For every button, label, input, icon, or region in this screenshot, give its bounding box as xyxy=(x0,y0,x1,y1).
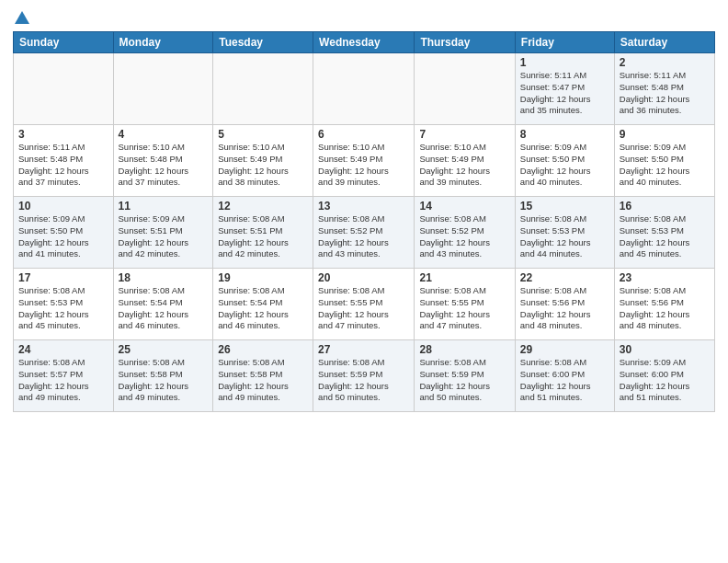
page: SundayMondayTuesdayWednesdayThursdayFrid… xyxy=(0,0,728,563)
calendar-cell: 24Sunrise: 5:08 AM Sunset: 5:57 PM Dayli… xyxy=(14,340,114,412)
day-info: Sunrise: 5:09 AM Sunset: 6:00 PM Dayligh… xyxy=(620,357,710,404)
calendar-cell: 7Sunrise: 5:10 AM Sunset: 5:49 PM Daylig… xyxy=(415,125,515,197)
calendar-cell xyxy=(113,53,213,125)
day-number: 19 xyxy=(218,271,308,284)
calendar-cell: 28Sunrise: 5:08 AM Sunset: 5:59 PM Dayli… xyxy=(415,340,515,412)
day-info: Sunrise: 5:08 AM Sunset: 5:52 PM Dayligh… xyxy=(419,213,509,260)
calendar-week-row: 24Sunrise: 5:08 AM Sunset: 5:57 PM Dayli… xyxy=(14,340,715,412)
day-info: Sunrise: 5:08 AM Sunset: 5:57 PM Dayligh… xyxy=(18,357,108,404)
calendar-cell: 19Sunrise: 5:08 AM Sunset: 5:54 PM Dayli… xyxy=(213,269,313,340)
calendar-cell: 21Sunrise: 5:08 AM Sunset: 5:55 PM Dayli… xyxy=(415,269,515,340)
calendar-cell: 14Sunrise: 5:08 AM Sunset: 5:52 PM Dayli… xyxy=(415,197,515,269)
weekday-header-tuesday: Tuesday xyxy=(213,32,313,53)
day-info: Sunrise: 5:09 AM Sunset: 5:50 PM Dayligh… xyxy=(18,213,108,260)
day-info: Sunrise: 5:08 AM Sunset: 5:54 PM Dayligh… xyxy=(218,285,308,332)
calendar-header-row: SundayMondayTuesdayWednesdayThursdayFrid… xyxy=(14,32,715,53)
weekday-header-sunday: Sunday xyxy=(14,32,114,53)
weekday-header-thursday: Thursday xyxy=(415,32,515,53)
calendar-week-row: 1Sunrise: 5:11 AM Sunset: 5:47 PM Daylig… xyxy=(14,53,715,125)
day-number: 7 xyxy=(419,128,509,141)
day-info: Sunrise: 5:08 AM Sunset: 6:00 PM Dayligh… xyxy=(520,357,609,404)
day-info: Sunrise: 5:11 AM Sunset: 5:48 PM Dayligh… xyxy=(18,142,108,189)
calendar-cell: 18Sunrise: 5:08 AM Sunset: 5:54 PM Dayli… xyxy=(113,269,213,340)
day-info: Sunrise: 5:08 AM Sunset: 5:58 PM Dayligh… xyxy=(119,357,209,404)
day-number: 23 xyxy=(620,271,710,284)
day-number: 3 xyxy=(18,128,108,141)
day-number: 30 xyxy=(620,343,710,356)
day-number: 29 xyxy=(520,343,609,356)
calendar-cell: 30Sunrise: 5:09 AM Sunset: 6:00 PM Dayli… xyxy=(614,340,714,412)
calendar-cell: 9Sunrise: 5:09 AM Sunset: 5:50 PM Daylig… xyxy=(614,125,714,197)
day-number: 18 xyxy=(119,271,209,284)
header xyxy=(13,9,715,26)
calendar-cell xyxy=(14,53,114,125)
logo-text xyxy=(13,9,31,26)
day-info: Sunrise: 5:10 AM Sunset: 5:48 PM Dayligh… xyxy=(119,142,209,189)
day-number: 10 xyxy=(18,200,108,213)
day-info: Sunrise: 5:09 AM Sunset: 5:51 PM Dayligh… xyxy=(119,213,209,260)
calendar-cell: 25Sunrise: 5:08 AM Sunset: 5:58 PM Dayli… xyxy=(113,340,213,412)
day-number: 17 xyxy=(18,271,108,284)
day-info: Sunrise: 5:08 AM Sunset: 5:58 PM Dayligh… xyxy=(218,357,308,404)
day-info: Sunrise: 5:08 AM Sunset: 5:51 PM Dayligh… xyxy=(218,213,308,260)
calendar-cell: 2Sunrise: 5:11 AM Sunset: 5:48 PM Daylig… xyxy=(614,53,714,125)
weekday-header-wednesday: Wednesday xyxy=(313,32,415,53)
day-info: Sunrise: 5:08 AM Sunset: 5:53 PM Dayligh… xyxy=(620,213,710,260)
calendar-cell: 22Sunrise: 5:08 AM Sunset: 5:56 PM Dayli… xyxy=(515,269,614,340)
day-info: Sunrise: 5:08 AM Sunset: 5:54 PM Dayligh… xyxy=(119,285,209,332)
day-info: Sunrise: 5:10 AM Sunset: 5:49 PM Dayligh… xyxy=(218,142,308,189)
day-number: 9 xyxy=(620,128,710,141)
calendar-cell: 29Sunrise: 5:08 AM Sunset: 6:00 PM Dayli… xyxy=(515,340,614,412)
day-number: 24 xyxy=(18,343,108,356)
day-number: 15 xyxy=(520,200,609,213)
day-number: 26 xyxy=(218,343,308,356)
calendar-cell: 10Sunrise: 5:09 AM Sunset: 5:50 PM Dayli… xyxy=(14,197,114,269)
calendar-cell: 20Sunrise: 5:08 AM Sunset: 5:55 PM Dayli… xyxy=(313,269,415,340)
calendar-cell: 16Sunrise: 5:08 AM Sunset: 5:53 PM Dayli… xyxy=(614,197,714,269)
day-number: 6 xyxy=(318,128,409,141)
calendar-week-row: 17Sunrise: 5:08 AM Sunset: 5:53 PM Dayli… xyxy=(14,269,715,340)
svg-marker-0 xyxy=(15,11,29,24)
day-number: 27 xyxy=(318,343,409,356)
day-number: 11 xyxy=(119,200,209,213)
day-info: Sunrise: 5:08 AM Sunset: 5:55 PM Dayligh… xyxy=(318,285,409,332)
calendar-cell: 23Sunrise: 5:08 AM Sunset: 5:56 PM Dayli… xyxy=(614,269,714,340)
day-number: 22 xyxy=(520,271,609,284)
calendar-cell xyxy=(213,53,313,125)
calendar-cell: 12Sunrise: 5:08 AM Sunset: 5:51 PM Dayli… xyxy=(213,197,313,269)
day-number: 14 xyxy=(419,200,509,213)
day-number: 2 xyxy=(620,56,710,69)
day-info: Sunrise: 5:08 AM Sunset: 5:56 PM Dayligh… xyxy=(520,285,609,332)
calendar-cell xyxy=(313,53,415,125)
day-number: 16 xyxy=(620,200,710,213)
day-number: 13 xyxy=(318,200,409,213)
calendar-week-row: 3Sunrise: 5:11 AM Sunset: 5:48 PM Daylig… xyxy=(14,125,715,197)
calendar-cell: 13Sunrise: 5:08 AM Sunset: 5:52 PM Dayli… xyxy=(313,197,415,269)
calendar-cell: 8Sunrise: 5:09 AM Sunset: 5:50 PM Daylig… xyxy=(515,125,614,197)
day-number: 25 xyxy=(119,343,209,356)
day-info: Sunrise: 5:08 AM Sunset: 5:59 PM Dayligh… xyxy=(318,357,409,404)
day-number: 1 xyxy=(520,56,609,69)
calendar-cell: 3Sunrise: 5:11 AM Sunset: 5:48 PM Daylig… xyxy=(14,125,114,197)
day-info: Sunrise: 5:08 AM Sunset: 5:53 PM Dayligh… xyxy=(520,213,609,260)
weekday-header-friday: Friday xyxy=(515,32,614,53)
day-number: 20 xyxy=(318,271,409,284)
calendar-cell xyxy=(415,53,515,125)
day-info: Sunrise: 5:08 AM Sunset: 5:52 PM Dayligh… xyxy=(318,213,409,260)
logo xyxy=(13,9,31,26)
day-info: Sunrise: 5:09 AM Sunset: 5:50 PM Dayligh… xyxy=(520,142,609,189)
calendar-cell: 4Sunrise: 5:10 AM Sunset: 5:48 PM Daylig… xyxy=(113,125,213,197)
day-info: Sunrise: 5:08 AM Sunset: 5:56 PM Dayligh… xyxy=(620,285,710,332)
weekday-header-monday: Monday xyxy=(113,32,213,53)
day-number: 28 xyxy=(419,343,509,356)
calendar-cell: 26Sunrise: 5:08 AM Sunset: 5:58 PM Dayli… xyxy=(213,340,313,412)
calendar-cell: 6Sunrise: 5:10 AM Sunset: 5:49 PM Daylig… xyxy=(313,125,415,197)
calendar-table: SundayMondayTuesdayWednesdayThursdayFrid… xyxy=(13,31,715,412)
weekday-header-saturday: Saturday xyxy=(614,32,714,53)
day-info: Sunrise: 5:08 AM Sunset: 5:59 PM Dayligh… xyxy=(419,357,509,404)
calendar-cell: 17Sunrise: 5:08 AM Sunset: 5:53 PM Dayli… xyxy=(14,269,114,340)
calendar-cell: 27Sunrise: 5:08 AM Sunset: 5:59 PM Dayli… xyxy=(313,340,415,412)
calendar-cell: 5Sunrise: 5:10 AM Sunset: 5:49 PM Daylig… xyxy=(213,125,313,197)
day-info: Sunrise: 5:10 AM Sunset: 5:49 PM Dayligh… xyxy=(318,142,409,189)
logo-triangle-icon xyxy=(14,9,30,26)
